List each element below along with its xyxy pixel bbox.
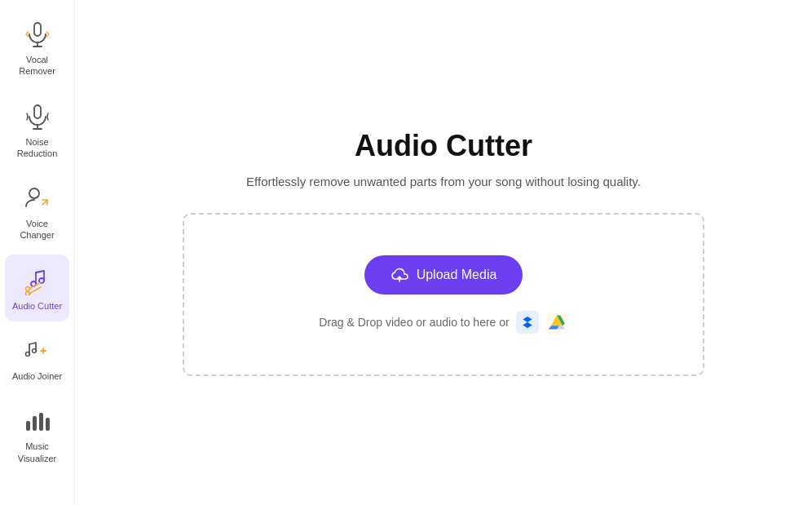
drag-drop-label: Drag & Drop video or audio to here or: [319, 316, 509, 329]
svg-rect-17: [26, 421, 30, 431]
svg-rect-20: [46, 418, 50, 431]
svg-rect-19: [39, 413, 43, 431]
vocal-remover-icon: [21, 18, 54, 51]
sidebar-item-audio-joiner[interactable]: Audio Joiner: [5, 325, 69, 392]
audio-cutter-icon: [21, 264, 54, 297]
music-visualizer-icon: [21, 405, 54, 437]
drag-drop-row: Drag & Drop video or audio to here or: [319, 311, 567, 334]
svg-rect-3: [34, 105, 41, 118]
sidebar-item-noise-reduction[interactable]: Noise Reduction: [5, 91, 69, 170]
audio-joiner-icon: [21, 334, 54, 367]
sidebar-item-vocal-remover[interactable]: Vocal Remover: [5, 8, 69, 87]
upload-media-button[interactable]: Upload Media: [364, 255, 523, 295]
noise-reduction-label: Noise Reduction: [10, 136, 64, 160]
svg-point-13: [25, 352, 29, 357]
google-drive-icon[interactable]: [545, 311, 568, 334]
sidebar: Vocal Remover Noise Reduction: [0, 0, 75, 505]
audio-joiner-label: Audio Joiner: [12, 370, 62, 382]
audio-cutter-label: Audio Cutter: [12, 300, 62, 312]
upload-area: Upload Media Drag & Drop video or audio …: [183, 213, 704, 376]
main-content: Audio Cutter Effortlessly remove unwante…: [75, 0, 812, 505]
cloud-upload-icon: [391, 266, 408, 284]
page-subtitle: Effortlessly remove unwanted parts from …: [246, 175, 641, 188]
page-title: Audio Cutter: [355, 129, 532, 163]
sidebar-item-audio-cutter[interactable]: Audio Cutter: [5, 255, 69, 321]
svg-point-6: [29, 188, 39, 198]
upload-button-label: Upload Media: [417, 268, 497, 282]
voice-changer-icon: [21, 182, 54, 215]
voice-changer-label: Voice Changer: [10, 218, 64, 241]
dropbox-icon[interactable]: [516, 311, 539, 334]
noise-reduction-icon: [21, 100, 54, 133]
music-visualizer-label: Music Visualizer: [10, 441, 64, 464]
svg-point-14: [32, 349, 36, 353]
svg-rect-0: [34, 23, 41, 36]
svg-rect-18: [33, 416, 37, 431]
vocal-remover-label: Vocal Remover: [10, 54, 64, 78]
sidebar-item-voice-changer[interactable]: Voice Changer: [5, 172, 69, 251]
sidebar-item-music-visualizer[interactable]: Music Visualizer: [5, 395, 69, 474]
